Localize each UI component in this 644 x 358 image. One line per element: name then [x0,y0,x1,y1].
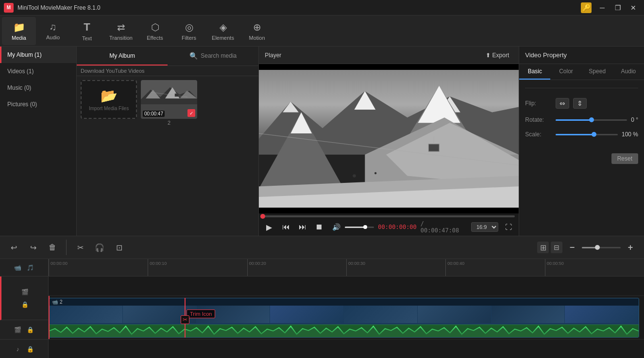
player-panel: Player ⬆ Export [259,47,519,236]
scale-thumb [592,132,596,137]
empty-track-row [49,277,644,296]
undo-button[interactable]: ↩ [6,240,21,255]
import-media-button[interactable]: 📂 Import Media Files [81,80,137,119]
timeline-right: 00:00:00 00:00:10 00:00:20 00:00:30 00:0… [49,259,644,358]
music-lock-button[interactable]: 🔒 [25,344,36,355]
rotate-slider[interactable] [556,119,627,121]
props-content: Flip: ⇔ ⇕ Rotate: 0 ° Scale: [519,80,644,170]
sidebar-item-music[interactable]: Music (0) [0,80,76,96]
tab-my-album[interactable]: My Album [77,47,168,65]
sidebar-item-pictures[interactable]: Pictures (0) [0,96,76,113]
window-controls: ─ ❐ ✕ [595,3,640,13]
scale-row: Scale: 100 % [525,131,638,138]
sidebar-item-videos[interactable]: Videos (1) [0,63,76,80]
music-icon[interactable]: ♪ [13,344,23,355]
scale-fill [556,134,594,135]
next-frame-button[interactable]: ⏭ [296,220,309,234]
minimize-button[interactable]: ─ [595,3,609,13]
add-audio-track-button[interactable]: 🎵 [25,262,36,273]
cut-button[interactable]: ✂ [72,240,88,255]
scale-slider[interactable] [556,134,618,135]
delete-button[interactable]: 🗑 [45,240,60,255]
export-label: Export [492,52,509,59]
toolbar-label-media: Media [12,35,26,41]
video-clip[interactable]: 📹 2 [49,298,639,338]
prev-frame-button[interactable]: ⏮ [280,220,292,234]
split-icon[interactable]: ⊟ [551,242,562,253]
tab-color[interactable]: Color [550,64,581,80]
tab-search-media[interactable]: 🔍 Search media [168,47,258,65]
tab-basic[interactable]: Basic [519,64,550,80]
track-lock-button[interactable]: 🔒 [19,299,30,310]
fullscreen-button[interactable]: ⛶ [502,220,515,234]
toolbar-label-text: Text [82,35,92,41]
sidebar-item-my-album[interactable]: My Album (1) [0,47,76,63]
tab-audio[interactable]: Audio [613,64,644,80]
zoom-controls: ⊞ ⊟ − + [537,240,638,255]
toolbar-item-elements[interactable]: ◈ Elements [206,17,240,45]
toolbar-item-effects[interactable]: ⬡ Effects [138,17,172,45]
flip-horizontal-button[interactable]: ⇔ [556,98,569,109]
toolbar-item-filters[interactable]: ◎ Filters [172,17,206,45]
zoom-in-button[interactable]: + [623,240,638,255]
timeline-left: 📹 🎵 🎬 🔒 🎬 🔒 ♪ 🔒 [0,259,49,358]
toolbar-label-elements: Elements [212,35,234,41]
reset-button[interactable]: Reset [611,153,638,164]
join-icon[interactable]: ⊞ [537,242,549,253]
svg-marker-28 [49,326,639,337]
svg-rect-8 [175,94,179,97]
audio-detach-button[interactable]: 🎧 [92,240,107,255]
playhead[interactable] [49,296,50,339]
track-controls-music: ♪ 🔒 [0,340,48,358]
track-audio-icon[interactable]: 🎬 [13,325,23,335]
add-video-track-button[interactable]: 📹 [13,262,23,273]
flip-vertical-button[interactable]: ⇕ [573,98,587,109]
video-clip-thumb[interactable]: 00:00:47 ✓ [141,80,197,119]
toolbar-label-filters: Filters [182,35,196,41]
redo-button[interactable]: ↪ [25,240,41,255]
aspect-ratio-select[interactable]: 16:9 4:3 1:1 [471,222,498,232]
close-button[interactable]: ✕ [627,3,640,13]
volume-bar[interactable] [345,227,374,228]
properties-panel: Video Property Basic Color Speed Audio F… [519,47,644,236]
track-video-icon[interactable]: 🎬 [19,287,30,297]
tab-speed[interactable]: Speed [582,64,613,80]
player-video [259,64,519,213]
play-button[interactable]: ▶ [263,220,275,234]
ruler-mark-1: 00:00:10 [148,259,247,276]
clip-label: 2 [141,120,197,126]
toolbar-item-media[interactable]: 📁 Media [2,17,36,45]
stop-button[interactable]: ⏹ [313,220,325,234]
duration-badge: 00:00:47 [143,111,165,117]
track-controls-main: 🎬 🔒 [0,277,48,320]
flip-label: Flip: [525,100,552,107]
export-button[interactable]: ⬆ Export [482,50,513,61]
track-audio-lock-button[interactable]: 🔒 [25,325,36,335]
ruler-mark-2: 00:00:20 [247,259,346,276]
timeline: 📹 🎵 🎬 🔒 🎬 🔒 ♪ 🔒 00:00:00 00:00:10 00:00:… [0,259,644,358]
toolbar-item-audio[interactable]: ♫ Audio [36,17,70,45]
ruler-mark-0: 00:00:00 [49,259,148,276]
progress-bar[interactable] [263,215,515,217]
zoom-out-button[interactable]: − [564,240,580,255]
trim-icon[interactable]: ✂ [181,315,189,324]
rotate-fill [556,119,591,121]
folder-icon: 📂 [101,88,118,104]
main-video-track: 📹 2 [49,296,644,340]
volume-icon[interactable]: 🔊 [329,220,343,234]
volume-control: 🔊 [329,220,374,234]
media-icon: 📁 [13,21,25,33]
time-current: 00:00:00:00 [378,224,416,230]
ruler-mark-5: 00:00:50 [545,259,644,276]
audio-waveform [49,325,639,337]
toolbar: 📁 Media ♫ Audio T Text ⇄ Transition ⬡ Ef… [0,16,644,47]
crop-button[interactable]: ⊡ [111,240,127,255]
zoom-slider[interactable] [582,247,621,248]
restore-button[interactable]: ❐ [611,3,625,13]
volume-fill [345,227,365,228]
lower-track-row [49,340,644,358]
toolbar-item-text[interactable]: T Text [70,17,104,45]
track-controls-add: 📹 🎵 [0,259,48,277]
toolbar-item-transition[interactable]: ⇄ Transition [104,17,138,45]
toolbar-item-motion[interactable]: ⊕ Motion [240,17,274,45]
